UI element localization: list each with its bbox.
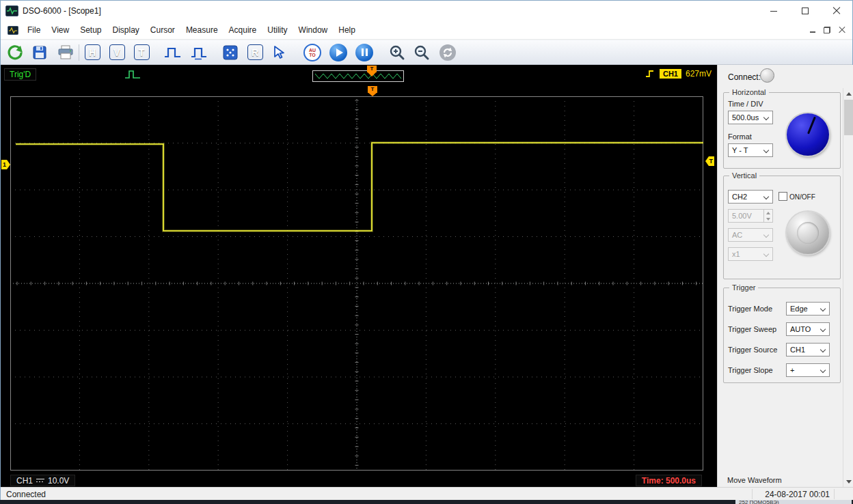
menu-measure[interactable]: Measure — [180, 23, 224, 38]
menu-window[interactable]: Window — [293, 23, 334, 38]
pulse-measure-icon — [189, 44, 208, 61]
trigger-slope-dropdown[interactable]: + — [786, 363, 830, 377]
trigger-setup-button[interactable]: T — [131, 42, 152, 63]
maximize-icon — [802, 8, 809, 14]
time-div-label: Time / DIV — [728, 100, 763, 108]
vertical-group-title: Vertical — [729, 171, 759, 180]
pulse-button-2[interactable] — [189, 42, 209, 63]
mdi-restore-button[interactable] — [824, 27, 830, 33]
scope-graticule — [10, 96, 703, 471]
trigger-position-marker[interactable]: T — [367, 66, 377, 76]
autoset-button[interactable]: AU TO — [302, 42, 323, 63]
toolbar-separator — [79, 44, 79, 61]
scrollbar-thumb[interactable] — [844, 100, 853, 135]
spinner-arrows — [763, 210, 772, 222]
channel1-position-marker[interactable]: 1 — [1, 160, 10, 169]
v-button-label: V — [109, 44, 125, 60]
menu-help[interactable]: Help — [333, 23, 361, 38]
connect-indicator[interactable] — [760, 68, 774, 83]
mdi-minimize-button[interactable] — [810, 27, 815, 33]
r-button[interactable]: R — [245, 42, 265, 63]
pause-icon — [355, 44, 373, 61]
menu-utility[interactable]: Utility — [262, 23, 293, 38]
control-panel: Connect: Horizontal Time / DIV 500.0us F… — [717, 65, 853, 487]
display-dots-button[interactable] — [220, 42, 241, 63]
toolbar: H V T R AU TO — [1, 40, 852, 65]
refresh-arrow-icon — [6, 44, 24, 61]
statusbar: Connected 24-08-2017 00:01 — [1, 487, 853, 501]
menu-setup[interactable]: Setup — [75, 23, 107, 38]
trigger-group: Trigger Trigger Mode Edge Trigger Sweep … — [723, 288, 841, 383]
window-title: DSO-6000 - [Scope1] — [23, 6, 101, 16]
format-dropdown[interactable]: Y - T — [728, 143, 773, 157]
spinner-up-icon — [766, 212, 770, 214]
waveform-position-preview — [312, 70, 404, 82]
zoom-in-button[interactable] — [387, 42, 407, 63]
mdi-close-button[interactable] — [839, 27, 845, 33]
cursor-arrow-icon — [271, 44, 288, 61]
auto-label-bottom: TO — [309, 53, 316, 57]
trigger-position-label: T — [367, 66, 377, 72]
save-button[interactable] — [29, 42, 50, 63]
background-window-strip — [0, 500, 853, 504]
trigger-status: Trig'D — [4, 68, 36, 81]
window-minimize-button[interactable] — [758, 1, 789, 21]
ch1-waveform — [16, 143, 703, 231]
titlebar[interactable]: DSO-6000 - [Scope1] — [1, 1, 852, 21]
coupling-dropdown: AC — [728, 228, 773, 242]
zoom-out-icon — [413, 44, 431, 61]
horizontal-knob[interactable] — [787, 113, 829, 156]
save-icon — [31, 44, 48, 61]
horizontal-setup-button[interactable]: H — [82, 42, 103, 63]
menu-view[interactable]: View — [46, 23, 75, 38]
trigger-time-label: T — [368, 86, 377, 93]
panel-scrollbar[interactable] — [843, 88, 853, 487]
scope-status-strip: Trig'D T CH1 627mV — [1, 65, 717, 84]
arrow-down-icon — [846, 480, 852, 484]
vertical-group: Vertical CH2 ON/OFF 5.00V AC x1 — [723, 176, 841, 279]
channel-onoff-checkbox[interactable] — [778, 192, 787, 201]
recycle-button[interactable] — [437, 42, 458, 63]
scrollbar-down-button[interactable] — [843, 476, 853, 487]
statusbar-separator-2 — [834, 489, 835, 499]
mdi-restore-icon — [824, 27, 830, 33]
window-controls — [758, 1, 852, 21]
onoff-label: ON/OFF — [789, 193, 815, 201]
mdi-controls — [810, 21, 845, 39]
move-waveform-label: Move Waveform — [727, 476, 782, 484]
pulse-button-1[interactable] — [163, 42, 183, 63]
statusbar-separator — [752, 489, 753, 499]
scope-display-area: T 1 T CH1 10.0V Time: 500.0us — [1, 84, 717, 487]
print-button[interactable] — [55, 42, 76, 63]
trigger-mode-dropdown[interactable]: Edge — [786, 302, 830, 316]
connect-refresh-button[interactable] — [5, 42, 25, 63]
run-button[interactable] — [328, 42, 349, 63]
trigger-group-title: Trigger — [729, 283, 758, 292]
vertical-knob[interactable] — [787, 212, 829, 254]
window-close-button[interactable] — [821, 1, 852, 21]
pause-button[interactable] — [354, 42, 375, 63]
trigger-level-marker[interactable]: T — [705, 156, 714, 166]
menu-display[interactable]: Display — [107, 23, 145, 38]
zoom-out-button[interactable] — [411, 42, 432, 63]
volts-div-spinner: 5.00V — [728, 209, 773, 223]
scrollbar-up-button[interactable] — [843, 88, 853, 99]
r-button-label: R — [247, 44, 263, 60]
window-maximize-button[interactable] — [789, 1, 821, 21]
menu-file[interactable]: File — [22, 23, 46, 38]
volts-div-value: 5.00V — [732, 212, 752, 220]
channel-select-dropdown[interactable]: CH2 — [728, 190, 773, 204]
channel1-readout: CH1 10.0V — [10, 475, 75, 486]
menu-cursor[interactable]: Cursor — [145, 23, 180, 38]
trigger-source-dropdown[interactable]: CH1 — [786, 343, 830, 356]
trigger-slope-icon — [645, 68, 655, 79]
time-div-dropdown[interactable]: 500.0us — [728, 111, 773, 124]
trigger-sweep-dropdown[interactable]: AUTO — [786, 322, 830, 336]
mdi-close-icon — [839, 27, 845, 33]
vertical-setup-button[interactable]: V — [107, 42, 127, 63]
pulse-icon — [163, 44, 182, 61]
menu-acquire[interactable]: Acquire — [224, 23, 262, 38]
trigger-time-marker[interactable]: T — [368, 86, 377, 96]
format-label: Format — [728, 132, 752, 141]
cursor-button[interactable] — [269, 42, 290, 63]
